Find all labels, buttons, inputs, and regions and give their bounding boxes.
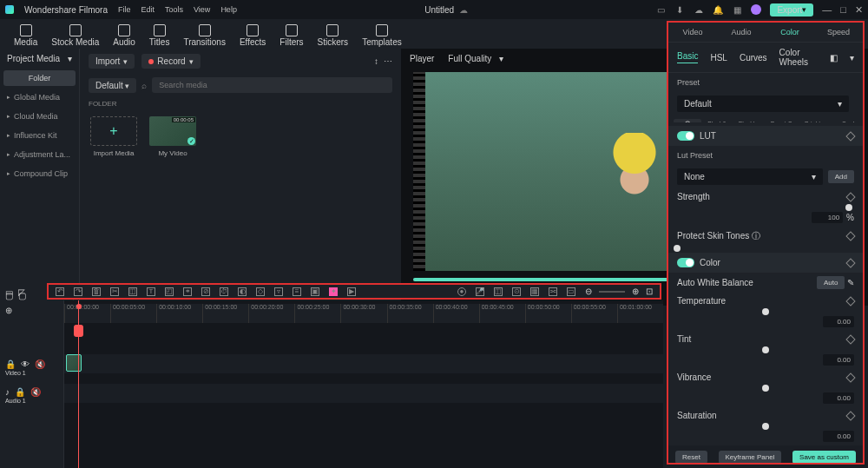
color-toggle[interactable] <box>677 258 694 267</box>
selection-tool-icon[interactable]: ▭ <box>5 287 13 297</box>
mute-icon[interactable]: 🔇 <box>30 387 41 397</box>
download-icon[interactable]: ⬇ <box>674 4 685 15</box>
gift-icon[interactable]: ▦ <box>732 4 742 15</box>
keyframe-icon[interactable] <box>845 192 855 201</box>
crop-icon[interactable]: ◫ <box>128 287 137 296</box>
filter-dropdown[interactable]: Default ▾ <box>89 78 136 93</box>
tab-filters[interactable]: Filters <box>273 23 310 49</box>
player-tab[interactable]: Player <box>410 54 434 63</box>
sidebar-item-cloud[interactable]: Cloud Media <box>0 107 79 126</box>
menu-file[interactable]: File <box>118 5 131 14</box>
eye-icon[interactable]: 👁 <box>21 359 30 369</box>
link-icon[interactable]: ⚭ <box>183 287 192 296</box>
vibrance-value[interactable]: 0.00 <box>823 392 854 404</box>
export-button[interactable]: Export ▾ <box>770 3 813 16</box>
keyframe-icon[interactable] <box>845 231 855 241</box>
temperature-value[interactable]: 0.00 <box>823 316 854 327</box>
saturation-value[interactable]: 0.00 <box>823 431 854 442</box>
eyedropper-icon[interactable]: ✎ <box>847 278 854 287</box>
keyframe-icon[interactable] <box>845 334 855 344</box>
sidebar-header[interactable]: Project Media <box>7 54 60 63</box>
screenshot-icon[interactable]: ▭ <box>567 287 575 296</box>
keyframe-icon[interactable] <box>845 372 855 382</box>
import-button[interactable]: Import ▾ <box>89 54 135 69</box>
inspector-tab-audio[interactable]: Audio <box>717 23 766 42</box>
text-icon[interactable]: T <box>147 287 155 296</box>
tab-templates[interactable]: Templates <box>355 23 409 49</box>
add-track-icon[interactable]: ⊕ <box>5 306 12 315</box>
record-button[interactable]: Record ▾ <box>141 54 200 69</box>
chevron-down-icon[interactable]: ▾ <box>68 54 72 63</box>
mixer-icon[interactable]: ● <box>457 287 466 296</box>
sidebar-item-compound[interactable]: Compound Clip <box>0 164 79 183</box>
tab-media[interactable]: Media <box>7 23 44 49</box>
track-icon[interactable]: ≡ <box>293 287 301 296</box>
preset-header[interactable]: Preset <box>668 73 863 92</box>
screen-icon[interactable]: ▭ <box>655 4 666 15</box>
group-icon[interactable]: ▣ <box>311 287 319 296</box>
audio-track[interactable] <box>64 384 663 403</box>
keyframe-icon[interactable] <box>845 131 855 141</box>
sidebar-item-influence[interactable]: Influence Kit <box>0 126 79 145</box>
fit-icon[interactable]: ⊡ <box>646 287 653 296</box>
media-clip[interactable]: 00:00:05 My Video <box>148 116 198 157</box>
delete-icon[interactable]: 🗑 <box>92 287 101 296</box>
cloud-sync-icon[interactable]: ☁ <box>694 4 704 15</box>
cut-icon[interactable]: ✂ <box>110 287 119 296</box>
quality-dropdown[interactable]: Full Quality ▾ <box>448 54 503 63</box>
subtitle-icon[interactable]: ◰ <box>165 287 174 296</box>
subtab-hsl[interactable]: HSL <box>710 53 727 63</box>
lut-dropdown[interactable]: None▾ <box>677 168 823 185</box>
render-icon[interactable]: ▶ <box>347 287 356 296</box>
keyframe-panel-button[interactable]: Keyframe Panel <box>719 451 782 464</box>
subtab-curves[interactable]: Curves <box>740 53 767 63</box>
window-maximize[interactable]: □ <box>840 4 846 15</box>
keyframe-icon[interactable] <box>845 258 855 267</box>
inspector-tab-color[interactable]: Color <box>766 23 814 42</box>
ai-icon[interactable]: ✦ <box>329 287 338 296</box>
tab-effects[interactable]: Effects <box>233 23 273 49</box>
keyframe-tl-icon[interactable]: ◇ <box>256 287 265 296</box>
detach-icon[interactable]: ⊘ <box>201 287 210 296</box>
inspector-tab-video[interactable]: Video <box>668 23 717 42</box>
tint-value[interactable]: 0.00 <box>823 354 854 366</box>
tab-titles[interactable]: Titles <box>142 23 177 49</box>
lock-icon[interactable]: 🔒 <box>5 359 16 369</box>
bell-icon[interactable]: 🔔 <box>713 4 723 15</box>
speed-icon[interactable]: ⏱ <box>220 287 228 296</box>
more-icon[interactable]: ⋯ <box>384 56 392 66</box>
zoom-slider[interactable] <box>599 291 625 293</box>
magnet-icon[interactable]: ⊙ <box>512 287 521 296</box>
snap-icon[interactable]: ▦ <box>530 287 539 296</box>
menu-view[interactable]: View <box>194 5 210 14</box>
subtab-more-icon[interactable]: ▾ <box>850 53 854 63</box>
color-icon[interactable]: ◐ <box>238 287 247 296</box>
subtab-basic[interactable]: Basic <box>677 51 698 63</box>
playhead-marker[interactable] <box>76 304 82 309</box>
add-lut-button[interactable]: Add <box>828 170 854 183</box>
timeline-clip[interactable] <box>66 354 82 372</box>
sidebar-item-adjustment[interactable]: Adjustment La... <box>0 145 79 164</box>
lut-section[interactable]: LUT <box>668 126 863 146</box>
keyframe-icon[interactable] <box>845 411 855 420</box>
save-custom-button[interactable]: Save as custom <box>792 451 856 464</box>
menu-help[interactable]: Help <box>220 5 237 14</box>
mute-icon[interactable]: 🔇 <box>35 359 45 369</box>
voice-icon[interactable]: 🎤 <box>476 287 484 296</box>
sidebar-folder[interactable]: Folder <box>3 70 76 86</box>
window-close[interactable]: ✕ <box>855 4 863 16</box>
timeline-ruler[interactable]: 00:00:00:0000:00:05:00 00:00:10:0000:00:… <box>64 304 663 323</box>
reset-button[interactable]: Reset <box>675 451 707 464</box>
sort-icon[interactable]: ↕ <box>374 56 378 66</box>
tab-audio[interactable]: Audio <box>106 23 142 49</box>
menu-tools[interactable]: Tools <box>165 5 183 14</box>
lock-icon[interactable]: 🔒 <box>15 387 25 397</box>
adjust-icon[interactable]: ◫ <box>494 287 503 296</box>
lut-toggle[interactable] <box>677 131 694 141</box>
sidebar-item-global[interactable]: Global Media <box>0 88 79 107</box>
marker-icon[interactable]: ▿ <box>274 287 283 296</box>
import-media-tile[interactable]: + Import Media <box>89 116 139 157</box>
blade-tool-icon[interactable]: ◸ <box>18 287 25 297</box>
video-track[interactable] <box>64 354 663 373</box>
tab-transitions[interactable]: Transitions <box>176 23 233 49</box>
